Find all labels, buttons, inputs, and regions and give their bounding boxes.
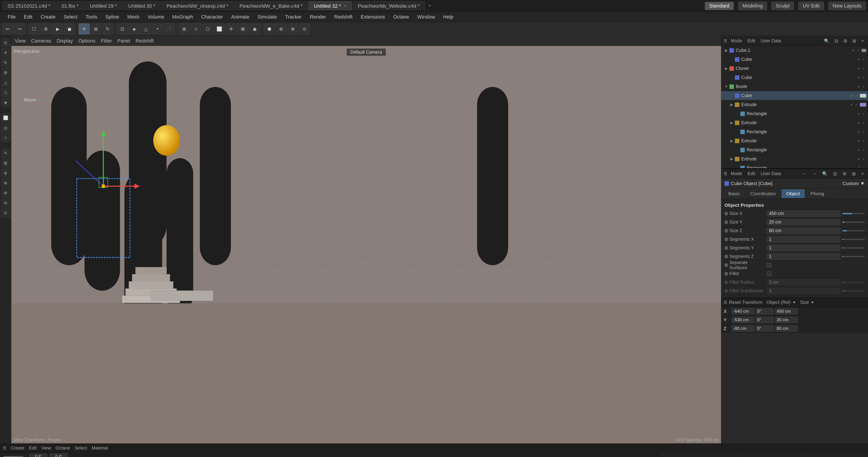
tree-search-btn[interactable]: 🔍 [822,38,831,44]
tree-userdata-btn[interactable]: User Data [759,38,783,44]
rect2-visible[interactable]: ✓ [857,130,860,134]
tree-close-btn[interactable]: × [860,38,866,44]
prop-tab-coordinates[interactable]: Coordinates [745,189,780,198]
tab-untitled29[interactable]: Untitled 29 * [85,1,122,10]
tree-item-cube-cloner[interactable]: Cube ✓ ✓ [721,73,868,82]
tree-item-extrude2[interactable]: ▶ Extrude ✓ ✓ [721,118,868,127]
new-scene-button[interactable]: ☐ [29,24,39,34]
boole-lock[interactable]: ✓ [861,84,866,89]
tab-peachworlds-website[interactable]: Peachworlds_Website.c4d * [352,1,425,10]
sidebar-btn-15[interactable]: ⊕ [1,189,10,198]
snap-button[interactable]: ⊹ [190,24,201,34]
layout-sculpt[interactable]: Sculpt [772,2,794,10]
object-rel-dropdown[interactable]: Object (Rel) [767,300,791,305]
prop-circle-fillet-subdiv[interactable] [724,289,728,293]
prop-value-seg-z[interactable]: 1 [767,253,840,260]
prop-nav-back[interactable]: ← [800,171,809,177]
sidebar-btn-17[interactable]: ⊙ [1,208,10,218]
material-thumb-smallarche[interactable]: SmallArche [3,456,24,457]
layout-standard[interactable]: Standard [705,2,734,10]
prop-value-seg-y[interactable]: 1 [767,245,840,251]
viewport-menu-options[interactable]: Options [79,38,96,44]
menu-create[interactable]: Create [36,13,59,21]
menu-select[interactable]: Select [59,13,81,21]
tree-item-cube-boole[interactable]: Cube ✓ ✓ [721,91,868,100]
prop-tab-basic[interactable]: Basic [723,189,745,198]
prop-edit-btn[interactable]: Edit [746,171,757,177]
prop-slider-size-y[interactable] [842,222,865,223]
menu-tools[interactable]: Tools [82,13,101,21]
polygon-mode-button[interactable]: △ [141,24,151,34]
add-tab-button[interactable]: + [426,2,434,10]
prop-circle-seg-y[interactable] [724,246,728,250]
tree-expand-btn[interactable]: ⊞ [850,38,858,44]
viewport[interactable]: View Cameras Display Options Filter Pane… [11,36,721,444]
tab-peachworld-cks[interactable]: PeachworldW_cksexp.c4d * [161,1,234,10]
sidebar-btn-1[interactable]: ⊡ [1,38,10,47]
custom-dropdown[interactable]: Custom ▼ [842,181,865,186]
solo-button[interactable]: ◉ [249,24,260,34]
prop-settings[interactable]: ⚙ [841,171,848,177]
expand-icon-extrude4[interactable]: ▶ [730,157,734,161]
tree-item-extrude3[interactable]: ▶ Extrude ✓ ✓ [721,136,868,145]
grid-button[interactable]: ⊞ [179,24,189,34]
sidebar-btn-7[interactable]: ◈ [1,98,10,107]
expand-icon-boole[interactable]: ▼ [724,85,728,89]
prop-slider-size-x[interactable] [842,213,865,214]
tree-item-rect2[interactable]: Rectangle ✓ ✓ [721,127,868,136]
prop-slider-seg-x[interactable] [842,239,865,240]
layout-uv-edit[interactable]: UV Edit [798,2,824,10]
tree-filter-btn[interactable]: ⊟ [833,38,840,44]
xray-button[interactable]: ⬜ [214,24,225,34]
menu-spline[interactable]: Spline [101,13,123,21]
axis-button[interactable]: ✛ [225,24,237,34]
tree-item-extrude4[interactable]: ▶ Extrude ✓ ✓ [721,154,868,164]
layout-modeling[interactable]: Modeling [738,2,767,10]
prop-circle-seg-x[interactable] [724,237,728,241]
coord-y-rot[interactable]: 0° [756,317,774,323]
reset-transform-btn[interactable]: Reset Transform [729,300,763,305]
viewport-menu-view[interactable]: View [15,38,26,44]
menu-window[interactable]: Window [413,13,439,21]
menu-animate[interactable]: Animate [227,13,254,21]
current-frame-input[interactable]: 0 F [50,454,68,457]
prop-tab-object[interactable]: Object [782,189,805,198]
cloner-visible[interactable]: ✓ [857,66,860,70]
prop-mode-btn[interactable]: Mode [729,171,744,177]
menu-edit[interactable]: Edit [20,13,36,21]
size-dropdown[interactable]: Size [800,300,809,305]
sidebar-btn-9[interactable]: ◎ [1,123,10,132]
prop-close[interactable]: × [860,171,866,177]
prop-search[interactable]: 🔍 [820,171,830,177]
tab-ss25[interactable]: SS 25102021.c4d * [2,1,56,10]
material-menu-select[interactable]: Select [74,446,87,451]
prop-slider-fillet-radius[interactable] [842,282,865,283]
prop-value-fillet-radius[interactable]: 3 cm [767,279,840,286]
sidebar-btn-8[interactable]: ⬜ [1,113,10,122]
material-menu-view[interactable]: View [41,446,51,451]
prop-menu-icon[interactable]: ☰ [723,171,727,176]
coord-x-pos[interactable]: -640 cm [732,308,754,314]
tab-01fbx[interactable]: 01.fbx * [57,1,84,10]
viewport-menu-panel[interactable]: Panel [117,38,130,44]
cube1-visible-icon[interactable]: ✓ [852,48,855,53]
sidebar-btn-10[interactable]: ⊹ [1,133,10,142]
expand-icon-extrude3[interactable]: ▶ [730,139,734,143]
sidebar-btn-11[interactable]: ✎ [1,149,10,158]
cube-boole-visible[interactable]: ✓ [850,93,853,98]
cube-cloner-visible[interactable]: ✓ [857,75,860,80]
prop-circle-fillet[interactable] [724,272,728,276]
boole-visible[interactable]: ✓ [857,84,860,89]
sidebar-btn-2[interactable]: ✛ [1,48,10,57]
menu-octane[interactable]: Octane [389,13,413,21]
prop-userdata-btn[interactable]: User Data [759,171,783,177]
render-settings-button[interactable]: ⚙ [40,24,51,34]
sidebar-btn-14[interactable]: ⊗ [1,178,10,188]
menu-render[interactable]: Render [306,13,330,21]
prop-circle-size-x[interactable] [724,212,728,216]
prop-slider-fillet-subdiv[interactable] [842,290,865,292]
prop-value-size-z[interactable]: 80 cm [767,228,840,234]
viewport-menu-filter[interactable]: Filter [101,38,112,44]
prop-slider-seg-z[interactable] [842,256,865,257]
material-menu-octane[interactable]: Octane [56,446,70,451]
